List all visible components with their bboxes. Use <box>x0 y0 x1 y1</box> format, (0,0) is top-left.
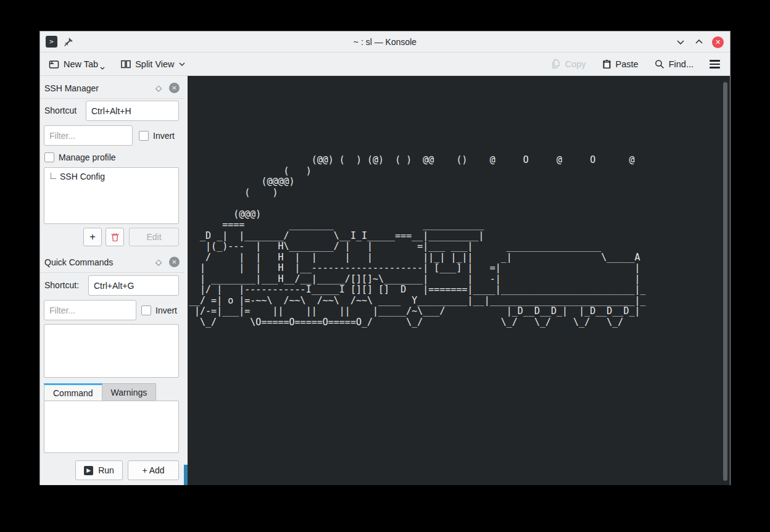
copy-icon <box>552 59 561 69</box>
new-tab-button[interactable]: New Tab <box>44 59 110 70</box>
ssh-add-button[interactable]: + <box>83 228 102 246</box>
window-title: ~ : sl — Konsole <box>40 37 730 47</box>
paste-icon <box>602 59 611 69</box>
quick-commands-panel: Quick Commands ◇ ✕ Shortcut: Invert Comm… <box>40 250 184 273</box>
ssh-invert-label: Invert <box>153 131 175 141</box>
manage-profile-label: Manage profile <box>59 152 116 162</box>
float-panel-icon[interactable]: ◇ <box>155 257 162 267</box>
paste-label: Paste <box>616 59 639 69</box>
qc-filter-input[interactable] <box>44 300 136 320</box>
paste-button[interactable]: Paste <box>597 59 644 69</box>
add-command-button[interactable]: + Add <box>128 460 179 480</box>
copy-label: Copy <box>565 59 586 69</box>
qc-shortcut-label: Shortcut: <box>44 280 79 290</box>
float-panel-icon[interactable]: ◇ <box>155 83 162 93</box>
trash-icon <box>111 233 119 242</box>
ssh-delete-button[interactable] <box>106 228 124 246</box>
split-view-label: Split View <box>135 59 174 69</box>
tab-command[interactable]: Command <box>44 383 102 401</box>
titlebar[interactable]: > ~ : sl — Konsole ✕ <box>40 31 730 52</box>
quick-commands-title: Quick Commands <box>44 257 155 267</box>
konsole-window: > ~ : sl — Konsole ✕ New Tab <box>39 31 731 485</box>
terminal-display[interactable]: (@@) ( ) (@) ( ) @@ () @ O @ O @ ( ) (@@… <box>188 76 730 485</box>
main-toolbar: New Tab Split View Copy <box>40 53 730 76</box>
ssh-manager-title: SSH Manager <box>44 83 155 93</box>
copy-button[interactable]: Copy <box>547 59 591 69</box>
ssh-shortcut-input[interactable] <box>86 101 179 121</box>
sl-ascii-art: (@@) ( ) (@) ( ) @@ () @ O @ O @ ( ) (@@… <box>189 155 646 328</box>
tree-item-label: SSH Config <box>60 172 105 181</box>
ssh-config-tree[interactable]: SSH Config <box>44 167 179 224</box>
ssh-manager-panel: SSH Manager ◇ ✕ Shortcut Invert Manage p… <box>40 80 184 99</box>
command-textarea[interactable] <box>44 401 179 453</box>
quick-command-list[interactable] <box>44 324 179 378</box>
divider <box>40 272 184 273</box>
maximize-button[interactable] <box>693 36 705 48</box>
search-icon <box>655 59 664 69</box>
new-tab-icon <box>49 60 59 69</box>
split-view-button[interactable]: Split View <box>116 59 189 69</box>
qc-shortcut-input[interactable] <box>88 275 179 296</box>
find-label: Find... <box>669 59 693 69</box>
ssh-filter-input[interactable] <box>44 125 133 146</box>
ssh-edit-button[interactable]: Edit <box>129 228 179 246</box>
new-tab-caret-icon <box>100 67 105 70</box>
qc-invert-checkbox[interactable] <box>141 305 151 315</box>
qc-invert-label: Invert <box>155 305 177 315</box>
ssh-invert-checkbox[interactable] <box>139 131 149 141</box>
close-panel-icon[interactable]: ✕ <box>169 83 180 93</box>
tree-item-ssh-config[interactable]: SSH Config <box>44 168 178 181</box>
new-tab-label: New Tab <box>64 59 98 69</box>
terminal-scrollbar[interactable] <box>723 82 727 481</box>
run-icon: ▶ <box>84 466 93 475</box>
tree-branch-icon <box>51 173 56 179</box>
run-button[interactable]: ▶ Run <box>75 460 123 480</box>
split-view-chevron-icon <box>179 62 185 66</box>
plugin-sidebar: SSH Manager ◇ ✕ Shortcut Invert Manage p… <box>40 76 184 485</box>
find-button[interactable]: Find... <box>650 59 698 69</box>
menu-button[interactable] <box>705 60 725 68</box>
tab-warnings[interactable]: Warnings <box>102 383 157 401</box>
split-view-icon <box>121 60 131 69</box>
manage-profile-checkbox[interactable] <box>44 152 54 162</box>
minimize-button[interactable] <box>675 36 686 48</box>
close-button[interactable]: ✕ <box>712 36 724 48</box>
close-panel-icon[interactable]: ✕ <box>169 257 180 267</box>
divider <box>40 98 184 99</box>
ssh-shortcut-label: Shortcut <box>44 106 77 115</box>
